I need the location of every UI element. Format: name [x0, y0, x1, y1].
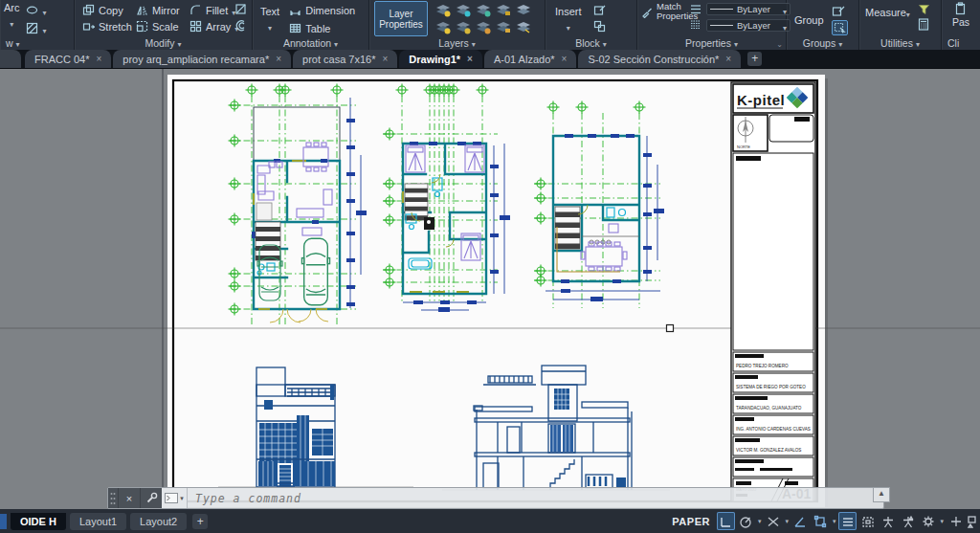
object-snap-toggle[interactable] [812, 512, 830, 530]
selection-cycling-toggle[interactable] [858, 512, 877, 530]
layer-isolate-icon[interactable] [476, 4, 492, 17]
ortho-icon [718, 514, 733, 529]
edit-attribute-icon[interactable] [593, 4, 607, 16]
file-tab-a01-alzado[interactable]: A-01 Alzado*× [484, 50, 576, 68]
lineweight-toggle[interactable] [838, 512, 857, 530]
file-tab-prot-casa[interactable]: prot casa 7x16*× [293, 50, 397, 68]
measure-button[interactable]: Measure [865, 4, 910, 21]
offset-icon[interactable] [234, 19, 247, 32]
panel-draw-footer[interactable]: w [0, 37, 74, 49]
mirror-button[interactable]: Mirror [136, 2, 189, 18]
file-tab-drawing1[interactable]: Drawing1*× [399, 50, 482, 68]
layout-tab-layout2[interactable]: Layout2 [130, 513, 187, 530]
dimension-button[interactable]: Dimension [289, 2, 355, 18]
linetype-control[interactable]: ByLayer [706, 19, 791, 32]
panel-annotation-footer[interactable]: Annotation [253, 37, 368, 49]
workspace-switching-button[interactable] [919, 512, 937, 530]
command-close-button[interactable]: × [118, 488, 140, 508]
close-icon[interactable]: × [382, 54, 388, 64]
quick-calc-icon[interactable] [918, 18, 929, 31]
customization-button[interactable] [947, 512, 965, 530]
layer-stack-icon[interactable] [516, 4, 532, 17]
file-tab-s02-seccion[interactable]: S-02 Sección Construcción*× [578, 50, 741, 68]
scale-button[interactable]: Scale [136, 18, 189, 34]
annotation-visibility-toggle[interactable] [879, 512, 897, 530]
layer-unlock-icon[interactable] [496, 21, 512, 34]
plot-style-icon[interactable] [689, 18, 702, 31]
close-icon[interactable]: × [96, 54, 101, 64]
isometric-drafting-toggle[interactable] [764, 512, 782, 530]
close-icon[interactable]: × [276, 54, 281, 64]
ortho-mode-toggle[interactable] [717, 512, 735, 530]
group-edit-icon[interactable] [832, 4, 846, 17]
chevron-down-icon[interactable]: ▾ [785, 518, 789, 525]
chevron-down-icon[interactable] [10, 13, 13, 31]
panel-modify-footer[interactable]: Modify [75, 37, 252, 49]
panel-layers-footer[interactable]: Layers [369, 37, 545, 49]
group-select-toggle[interactable] [832, 20, 848, 35]
paste-button[interactable]: Pas [942, 0, 980, 28]
annotation-autoscale-toggle[interactable] [899, 512, 917, 530]
layout-tab-layout1[interactable]: Layout1 [70, 513, 126, 530]
layer-on-icon[interactable] [435, 4, 452, 17]
panel-utilities-footer[interactable]: Utilities [859, 37, 941, 49]
panel-clipboard-footer[interactable]: Cli [942, 37, 980, 49]
text-button[interactable]: Text [260, 2, 279, 36]
chevron-down-icon[interactable]: ▾ [940, 518, 944, 525]
layout-tab-current[interactable]: OIDE H [11, 513, 66, 530]
new-drawing-tab-button[interactable]: + [747, 52, 762, 66]
insert-button[interactable]: Insert [555, 2, 582, 34]
close-icon[interactable]: × [725, 54, 731, 64]
layer-match-icon[interactable] [516, 21, 532, 34]
chevron-down-icon[interactable]: ▾ [833, 518, 836, 525]
table-button[interactable]: Table [289, 20, 355, 36]
file-tab-proy-arq[interactable]: proy arq_ampliacion recamara*× [113, 50, 291, 68]
command-bar[interactable]: × ▾ [107, 487, 884, 509]
paper-space-toggle[interactable]: PAPER [672, 516, 710, 527]
chevron-down-icon[interactable] [43, 20, 47, 37]
command-input[interactable] [188, 488, 883, 508]
color-control[interactable]: ByLayer [706, 3, 791, 15]
file-tab-fracc04[interactable]: FRACC 04*× [25, 50, 111, 68]
chevron-down-icon[interactable]: ▾ [758, 518, 762, 525]
ellipse-button[interactable] [26, 2, 47, 18]
layer-unisolate-icon[interactable] [476, 21, 492, 34]
close-icon[interactable]: × [562, 54, 568, 64]
new-layout-button[interactable]: + [192, 514, 208, 529]
quick-select-icon[interactable] [918, 4, 930, 15]
command-prompt-icon [165, 493, 178, 503]
drawing-viewport[interactable]: K-pitel NORTE PEDRO TREJO ROMERO [0, 69, 980, 509]
isolate-objects-button[interactable] [967, 512, 978, 530]
panel-block-footer[interactable]: Block [546, 37, 636, 49]
file-tab-stub[interactable] [0, 50, 21, 68]
command-prompt-button[interactable]: ▾ [162, 488, 188, 508]
stretch-button[interactable]: Stretch [82, 18, 136, 34]
polar-tracking-toggle[interactable] [737, 512, 755, 530]
command-bar-grip[interactable] [108, 488, 118, 508]
osnap-tracking-toggle[interactable] [791, 512, 810, 530]
arc-button[interactable]: Arc [4, 2, 20, 36]
lineweight-list-icon[interactable] [689, 3, 702, 15]
panel-groups-footer[interactable]: Groups [787, 37, 858, 49]
chevron-down-icon[interactable] [268, 17, 272, 34]
block-editor-icon[interactable] [593, 20, 607, 33]
close-icon[interactable]: × [467, 54, 473, 64]
group-button[interactable]: Group [794, 14, 824, 26]
chevron-down-icon[interactable] [906, 4, 910, 21]
hatch-button[interactable] [26, 20, 47, 36]
dialog-launcher-icon[interactable]: ⌄ [776, 40, 783, 49]
layer-lock-icon[interactable] [496, 4, 512, 17]
command-customize-button[interactable] [140, 488, 162, 508]
chevron-down-icon[interactable] [43, 2, 47, 19]
drawing-canvas[interactable]: K-pitel NORTE PEDRO TREJO ROMERO [0, 69, 980, 509]
layer-thaw-icon[interactable] [456, 21, 472, 34]
copy-button[interactable]: Copy [82, 2, 136, 18]
match-properties-button[interactable]: Match Properties [641, 2, 685, 21]
chevron-down-icon[interactable] [567, 17, 570, 34]
layer-properties-button[interactable]: Layer Properties [374, 1, 428, 36]
command-history-scroll-up[interactable]: ▲ [873, 487, 890, 502]
panel-properties-footer[interactable]: Properties ⌄ [637, 37, 786, 49]
layer-off-icon[interactable] [435, 21, 452, 34]
layer-freeze-icon[interactable] [456, 4, 472, 17]
trim-icon[interactable] [234, 3, 247, 15]
